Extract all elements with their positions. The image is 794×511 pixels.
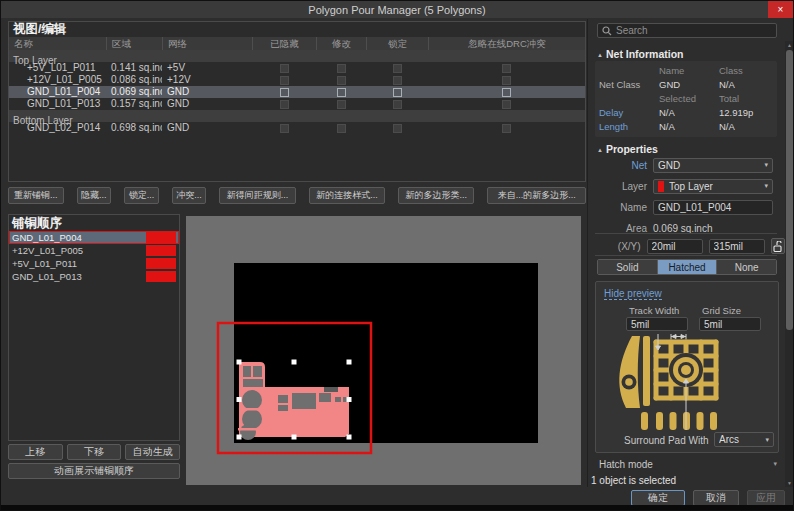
- action-button[interactable]: 冲突...: [172, 187, 207, 204]
- net-dropdown[interactable]: GND ▾: [653, 158, 773, 173]
- polygon-row[interactable]: GND_L01_P0040.069 sq.inchGND: [9, 86, 585, 98]
- polygon-net: +5V: [162, 62, 252, 74]
- modified-checkbox[interactable]: [337, 100, 346, 109]
- scroll-up-icon[interactable]: ▲: [785, 42, 794, 48]
- hidden-checkbox[interactable]: [280, 100, 289, 109]
- locked-checkbox[interactable]: [393, 64, 402, 73]
- cancel-button[interactable]: 取消: [693, 490, 739, 506]
- pour-order-item[interactable]: +12V_L01_P005: [9, 244, 179, 257]
- pour-color-swatch: [146, 258, 176, 269]
- pour-item-name: +5V_L01_P011: [12, 258, 146, 270]
- column-header[interactable]: 已隐藏: [252, 37, 316, 50]
- net-information-header[interactable]: ▲Net Information: [597, 48, 684, 60]
- column-header[interactable]: 锁定: [366, 37, 428, 50]
- locked-checkbox[interactable]: [393, 76, 402, 85]
- tab-none[interactable]: None: [716, 260, 776, 274]
- auto-generate-button[interactable]: 自动生成: [125, 444, 180, 460]
- delay-link[interactable]: Delay: [599, 106, 659, 119]
- pcb-preview[interactable]: [186, 216, 581, 485]
- ignore-drc-checkbox[interactable]: [502, 76, 511, 85]
- polygon-row[interactable]: GND_L02_P0140.698 sq.inchGND: [9, 122, 585, 134]
- modified-checkbox[interactable]: [337, 76, 346, 85]
- polygon-name-field[interactable]: [653, 200, 773, 215]
- column-header[interactable]: 修改: [316, 37, 366, 50]
- ignore-drc-checkbox[interactable]: [502, 124, 511, 133]
- hidden-checkbox[interactable]: [280, 124, 289, 133]
- action-button[interactable]: 锁定...: [124, 187, 159, 204]
- column-header[interactable]: 区域: [106, 37, 162, 50]
- hide-preview-link[interactable]: Hide preview: [604, 288, 662, 300]
- grid-size-label: Grid Size: [702, 305, 741, 316]
- column-header[interactable]: 忽略在线DRC冲突: [428, 37, 585, 50]
- track-width-field[interactable]: [626, 317, 688, 331]
- hidden-checkbox[interactable]: [280, 88, 289, 97]
- action-button[interactable]: 来自...的新多边形...: [487, 187, 586, 204]
- checkbox-cell: [252, 74, 316, 86]
- hidden-checkbox[interactable]: [280, 76, 289, 85]
- checkbox-cell: [428, 86, 585, 98]
- length-link[interactable]: Length: [599, 120, 659, 133]
- close-button[interactable]: ×: [768, 1, 793, 18]
- layer-group-row[interactable]: Top Layer: [9, 50, 585, 62]
- search-input[interactable]: [616, 25, 772, 36]
- polygon-net: GND: [162, 98, 252, 110]
- polygon-name: GND_L02_P014: [9, 122, 106, 134]
- action-button[interactable]: 新得间距规则...: [219, 187, 295, 204]
- y-coordinate-field[interactable]: [709, 239, 765, 254]
- action-button[interactable]: 重新铺铜...: [8, 187, 64, 204]
- ignore-drc-checkbox[interactable]: [502, 100, 511, 109]
- properties-header[interactable]: ▲Properties: [597, 143, 658, 155]
- hatch-settings-group: Hide preview Track Width Grid Size: [595, 281, 779, 453]
- pour-color-swatch: [146, 232, 176, 243]
- modified-checkbox[interactable]: [337, 88, 346, 97]
- apply-button[interactable]: 应用: [747, 490, 785, 506]
- net-property-label[interactable]: Net: [591, 160, 653, 171]
- divider: [595, 255, 777, 256]
- area-value: 0.069 sq.inch: [653, 223, 713, 234]
- column-header[interactable]: 网络: [162, 37, 252, 50]
- layer-group-row[interactable]: Bottom Layer: [9, 110, 585, 122]
- scrollbar-thumb[interactable]: [786, 50, 793, 330]
- net-info-col-header: Class: [719, 64, 773, 77]
- unlock-icon: [773, 241, 782, 252]
- move-down-button[interactable]: 下移: [67, 444, 122, 460]
- checkbox-cell: [316, 122, 366, 134]
- animate-pour-order-button[interactable]: 动画展示铺铜顺序: [8, 463, 180, 479]
- x-coordinate-field[interactable]: [647, 239, 703, 254]
- locked-checkbox[interactable]: [393, 124, 402, 133]
- polygon-name: +12V_L01_P005: [9, 74, 106, 86]
- polygon-row[interactable]: GND_L01_P0130.157 sq.inchGND: [9, 98, 585, 110]
- scroll-down-icon[interactable]: ▼: [785, 480, 794, 486]
- action-button[interactable]: 新的多边形类...: [398, 187, 474, 204]
- checkbox-cell: [366, 86, 428, 98]
- pour-order-item[interactable]: GND_L01_P004: [9, 231, 179, 244]
- layer-dropdown[interactable]: Top Layer ▾: [653, 179, 773, 194]
- polygon-row[interactable]: +5V_L01_P0110.141 sq.inch+5V: [9, 62, 585, 74]
- modified-checkbox[interactable]: [337, 64, 346, 73]
- tab-hatched[interactable]: Hatched: [657, 260, 717, 274]
- pour-order-item[interactable]: +5V_L01_P011: [9, 257, 179, 270]
- ignore-drc-checkbox[interactable]: [502, 64, 511, 73]
- locked-checkbox[interactable]: [393, 88, 402, 97]
- pour-order-buttons: 上移 下移 自动生成: [8, 444, 180, 460]
- ok-button[interactable]: 确定: [631, 490, 685, 506]
- pour-order-item[interactable]: GND_L01_P013: [9, 270, 179, 283]
- search-box[interactable]: [597, 23, 777, 38]
- ignore-drc-checkbox[interactable]: [502, 88, 511, 97]
- modified-checkbox[interactable]: [337, 124, 346, 133]
- grid-size-field[interactable]: [699, 317, 761, 331]
- xy-lock-button[interactable]: [771, 238, 785, 254]
- move-up-button[interactable]: 上移: [8, 444, 63, 460]
- hatch-mode-row[interactable]: Hatch mode ▾: [595, 457, 779, 471]
- locked-checkbox[interactable]: [393, 100, 402, 109]
- polygon-row[interactable]: +12V_L01_P0050.086 sq.inch+12V: [9, 74, 585, 86]
- action-button[interactable]: 新的连接样式...: [309, 187, 385, 204]
- surround-pad-dropdown[interactable]: Arcs ▾: [714, 432, 774, 447]
- tab-solid[interactable]: Solid: [598, 260, 657, 274]
- delay-selected-value: N/A: [659, 106, 719, 119]
- title-bar[interactable]: Polygon Pour Manager (5 Polygons) ×: [1, 1, 793, 18]
- hidden-checkbox[interactable]: [280, 64, 289, 73]
- panel-scrollbar[interactable]: ▲ ▼: [785, 41, 794, 487]
- column-header[interactable]: 名称: [9, 37, 106, 50]
- action-button[interactable]: 隐藏...: [77, 187, 112, 204]
